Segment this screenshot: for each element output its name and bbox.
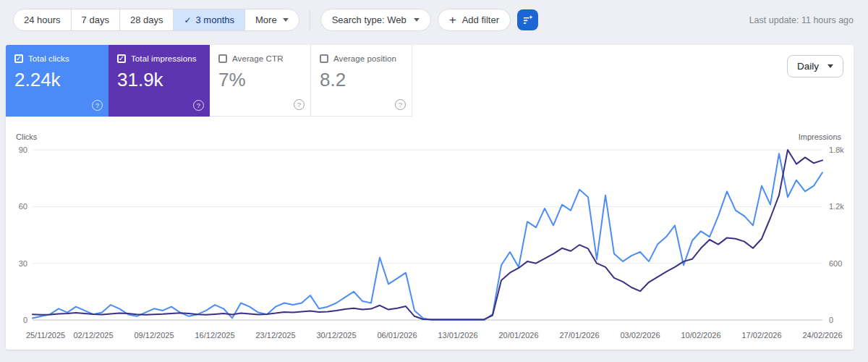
svg-text:60: 60 bbox=[19, 202, 27, 211]
svg-text:0: 0 bbox=[829, 316, 833, 324]
svg-text:03/02/2026: 03/02/2026 bbox=[620, 331, 660, 340]
svg-text:25/11/2025: 25/11/2025 bbox=[26, 331, 65, 340]
svg-text:0: 0 bbox=[23, 316, 27, 324]
svg-text:Clicks: Clicks bbox=[16, 132, 38, 141]
svg-text:Impressions: Impressions bbox=[799, 132, 842, 141]
svg-text:27/01/2026: 27/01/2026 bbox=[559, 331, 599, 340]
svg-text:02/12/2025: 02/12/2025 bbox=[73, 331, 113, 340]
svg-text:13/01/2026: 13/01/2026 bbox=[438, 331, 477, 340]
svg-text:17/02/2026: 17/02/2026 bbox=[741, 331, 781, 340]
svg-text:30: 30 bbox=[19, 259, 27, 268]
svg-text:09/12/2025: 09/12/2025 bbox=[134, 331, 174, 340]
svg-text:24/02/2026: 24/02/2026 bbox=[802, 331, 842, 340]
svg-text:30/12/2025: 30/12/2025 bbox=[316, 331, 356, 340]
svg-text:06/01/2026: 06/01/2026 bbox=[377, 331, 417, 340]
svg-text:1.2k: 1.2k bbox=[829, 202, 844, 211]
svg-text:1.8k: 1.8k bbox=[829, 146, 844, 154]
svg-text:90: 90 bbox=[19, 146, 27, 154]
performance-chart[interactable]: 0030600601.2k901.8kClicksImpressions25/1… bbox=[0, 0, 868, 362]
svg-text:20/01/2026: 20/01/2026 bbox=[498, 331, 538, 340]
svg-text:16/12/2025: 16/12/2025 bbox=[195, 331, 234, 340]
svg-text:23/12/2025: 23/12/2025 bbox=[255, 331, 295, 340]
svg-text:600: 600 bbox=[829, 259, 842, 268]
svg-text:10/02/2026: 10/02/2026 bbox=[681, 331, 720, 340]
